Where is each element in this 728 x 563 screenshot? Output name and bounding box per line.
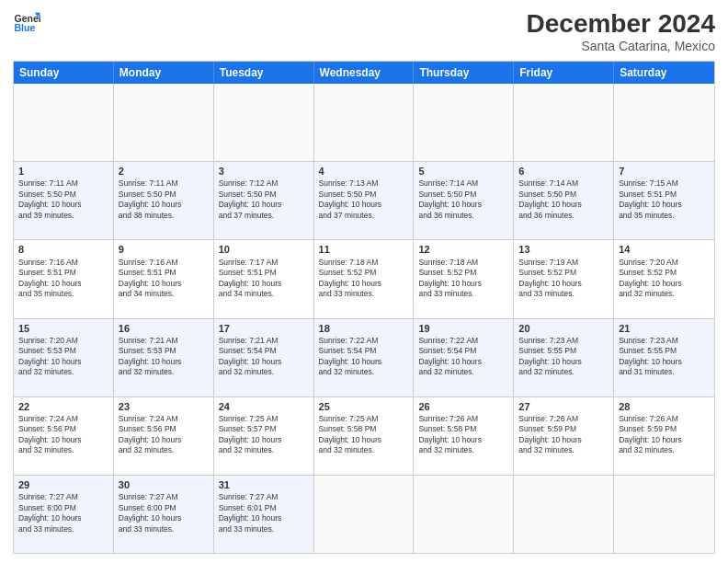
day-number: 25	[319, 400, 409, 413]
calendar-cell	[314, 84, 415, 161]
day-number: 16	[119, 322, 209, 335]
calendar-cell	[414, 84, 514, 161]
day-number: 28	[619, 400, 710, 413]
header-day-tuesday: Tuesday	[214, 62, 314, 84]
calendar-cell	[114, 84, 214, 161]
day-number: 4	[319, 165, 409, 178]
calendar-cell: 13Sunrise: 7:19 AM Sunset: 5:52 PM Dayli…	[514, 240, 614, 317]
day-info: Sunrise: 7:19 AM Sunset: 5:52 PM Dayligh…	[518, 258, 609, 300]
subtitle: Santa Catarina, Mexico	[527, 39, 715, 53]
calendar-cell: 16Sunrise: 7:21 AM Sunset: 5:53 PM Dayli…	[114, 319, 214, 396]
logo: General Blue	[13, 9, 44, 37]
calendar-cell: 19Sunrise: 7:22 AM Sunset: 5:54 PM Dayli…	[414, 319, 514, 396]
day-number: 13	[518, 243, 609, 256]
calendar-cell: 12Sunrise: 7:18 AM Sunset: 5:52 PM Dayli…	[414, 240, 514, 317]
calendar-cell	[514, 476, 614, 553]
calendar-cell: 23Sunrise: 7:24 AM Sunset: 5:56 PM Dayli…	[114, 397, 214, 475]
header-day-thursday: Thursday	[414, 62, 514, 84]
calendar-cell: 7Sunrise: 7:15 AM Sunset: 5:51 PM Daylig…	[614, 162, 714, 239]
day-info: Sunrise: 7:22 AM Sunset: 5:54 PM Dayligh…	[418, 336, 508, 378]
day-number: 8	[18, 243, 108, 256]
day-info: Sunrise: 7:11 AM Sunset: 5:50 PM Dayligh…	[119, 178, 209, 221]
calendar-week-0	[14, 84, 714, 162]
day-number: 15	[18, 322, 108, 335]
calendar-week-4: 22Sunrise: 7:24 AM Sunset: 5:56 PM Dayli…	[14, 397, 714, 476]
month-title: December 2024	[527, 9, 715, 39]
header-day-sunday: Sunday	[14, 62, 114, 84]
day-info: Sunrise: 7:27 AM Sunset: 6:01 PM Dayligh…	[219, 492, 309, 534]
calendar: SundayMondayTuesdayWednesdayThursdayFrid…	[13, 61, 715, 554]
day-number: 23	[119, 400, 209, 413]
calendar-cell: 15Sunrise: 7:20 AM Sunset: 5:53 PM Dayli…	[14, 319, 114, 396]
day-number: 26	[418, 400, 508, 413]
day-number: 10	[219, 243, 309, 256]
calendar-cell: 25Sunrise: 7:25 AM Sunset: 5:58 PM Dayli…	[314, 397, 415, 475]
day-number: 12	[418, 243, 508, 256]
calendar-cell	[214, 84, 314, 161]
day-number: 5	[418, 165, 508, 178]
page-container: General Blue December 2024 Santa Catarin…	[0, 0, 728, 563]
logo-icon: General Blue	[13, 9, 40, 37]
day-info: Sunrise: 7:26 AM Sunset: 5:58 PM Dayligh…	[418, 414, 508, 456]
day-number: 7	[619, 165, 710, 178]
day-number: 30	[119, 478, 209, 491]
day-number: 9	[119, 243, 209, 256]
day-number: 11	[319, 243, 409, 256]
calendar-cell: 11Sunrise: 7:18 AM Sunset: 5:52 PM Dayli…	[314, 240, 415, 317]
day-info: Sunrise: 7:16 AM Sunset: 5:51 PM Dayligh…	[119, 258, 209, 300]
day-info: Sunrise: 7:24 AM Sunset: 5:56 PM Dayligh…	[18, 414, 108, 456]
calendar-cell: 27Sunrise: 7:26 AM Sunset: 5:59 PM Dayli…	[514, 397, 614, 475]
calendar-cell: 28Sunrise: 7:26 AM Sunset: 5:59 PM Dayli…	[614, 397, 714, 475]
calendar-cell: 31Sunrise: 7:27 AM Sunset: 6:01 PM Dayli…	[214, 476, 314, 553]
calendar-cell: 18Sunrise: 7:22 AM Sunset: 5:54 PM Dayli…	[314, 319, 415, 396]
calendar-cell: 30Sunrise: 7:27 AM Sunset: 6:00 PM Dayli…	[114, 476, 214, 553]
day-info: Sunrise: 7:12 AM Sunset: 5:50 PM Dayligh…	[219, 178, 309, 221]
calendar-cell: 24Sunrise: 7:25 AM Sunset: 5:57 PM Dayli…	[214, 397, 314, 475]
day-info: Sunrise: 7:20 AM Sunset: 5:52 PM Dayligh…	[619, 258, 710, 300]
day-number: 1	[18, 165, 108, 178]
header-day-monday: Monday	[114, 62, 214, 84]
day-info: Sunrise: 7:23 AM Sunset: 5:55 PM Dayligh…	[518, 336, 609, 378]
day-info: Sunrise: 7:11 AM Sunset: 5:50 PM Dayligh…	[18, 178, 108, 221]
calendar-body: 1Sunrise: 7:11 AM Sunset: 5:50 PM Daylig…	[14, 84, 714, 553]
calendar-cell: 22Sunrise: 7:24 AM Sunset: 5:56 PM Dayli…	[14, 397, 114, 475]
day-info: Sunrise: 7:22 AM Sunset: 5:54 PM Dayligh…	[319, 336, 409, 378]
day-info: Sunrise: 7:25 AM Sunset: 5:57 PM Dayligh…	[219, 414, 309, 456]
day-number: 21	[619, 322, 710, 335]
calendar-cell: 5Sunrise: 7:14 AM Sunset: 5:50 PM Daylig…	[414, 162, 514, 239]
day-number: 22	[18, 400, 108, 413]
calendar-cell	[314, 476, 415, 553]
day-info: Sunrise: 7:26 AM Sunset: 5:59 PM Dayligh…	[619, 414, 710, 456]
calendar-cell	[614, 84, 714, 161]
calendar-cell	[614, 476, 714, 553]
calendar-cell: 8Sunrise: 7:16 AM Sunset: 5:51 PM Daylig…	[14, 240, 114, 317]
day-number: 6	[518, 165, 609, 178]
day-number: 27	[518, 400, 609, 413]
svg-text:Blue: Blue	[15, 22, 36, 33]
calendar-cell	[14, 84, 114, 161]
day-number: 17	[219, 322, 309, 335]
calendar-week-2: 8Sunrise: 7:16 AM Sunset: 5:51 PM Daylig…	[14, 240, 714, 318]
header-day-wednesday: Wednesday	[314, 62, 415, 84]
day-info: Sunrise: 7:26 AM Sunset: 5:59 PM Dayligh…	[518, 414, 609, 456]
calendar-cell: 2Sunrise: 7:11 AM Sunset: 5:50 PM Daylig…	[114, 162, 214, 239]
calendar-cell: 29Sunrise: 7:27 AM Sunset: 6:00 PM Dayli…	[14, 476, 114, 553]
calendar-cell: 4Sunrise: 7:13 AM Sunset: 5:50 PM Daylig…	[314, 162, 415, 239]
day-info: Sunrise: 7:14 AM Sunset: 5:50 PM Dayligh…	[418, 178, 508, 221]
day-info: Sunrise: 7:17 AM Sunset: 5:51 PM Dayligh…	[219, 258, 309, 300]
calendar-cell: 9Sunrise: 7:16 AM Sunset: 5:51 PM Daylig…	[114, 240, 214, 317]
day-info: Sunrise: 7:23 AM Sunset: 5:55 PM Dayligh…	[619, 336, 710, 378]
day-info: Sunrise: 7:18 AM Sunset: 5:52 PM Dayligh…	[418, 258, 508, 300]
calendar-cell: 20Sunrise: 7:23 AM Sunset: 5:55 PM Dayli…	[514, 319, 614, 396]
day-info: Sunrise: 7:16 AM Sunset: 5:51 PM Dayligh…	[18, 258, 108, 300]
day-number: 14	[619, 243, 710, 256]
day-info: Sunrise: 7:13 AM Sunset: 5:50 PM Dayligh…	[319, 178, 409, 221]
day-info: Sunrise: 7:15 AM Sunset: 5:51 PM Dayligh…	[619, 178, 710, 221]
header: General Blue December 2024 Santa Catarin…	[13, 9, 715, 53]
calendar-cell	[414, 476, 514, 553]
calendar-cell: 14Sunrise: 7:20 AM Sunset: 5:52 PM Dayli…	[614, 240, 714, 317]
calendar-cell: 1Sunrise: 7:11 AM Sunset: 5:50 PM Daylig…	[14, 162, 114, 239]
day-number: 20	[518, 322, 609, 335]
calendar-cell: 3Sunrise: 7:12 AM Sunset: 5:50 PM Daylig…	[214, 162, 314, 239]
day-number: 29	[18, 478, 108, 491]
